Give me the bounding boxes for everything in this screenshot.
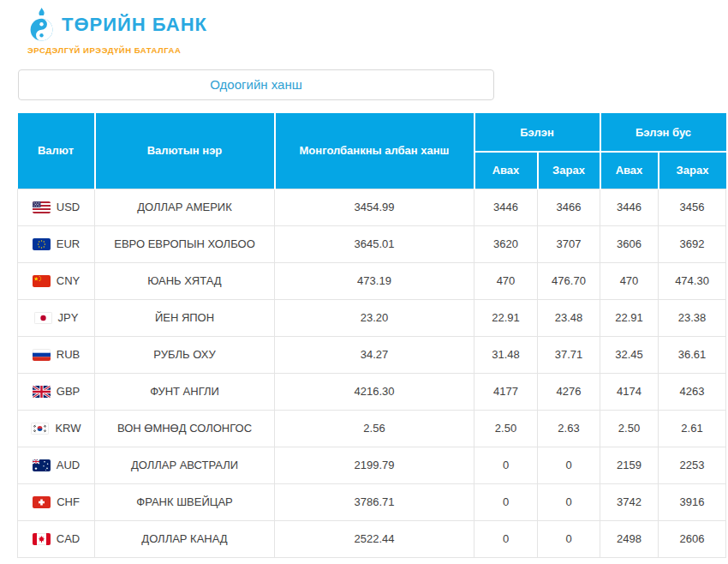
currency-code: GBP bbox=[57, 385, 80, 398]
official-rate: 34.27 bbox=[275, 336, 474, 373]
exchange-rate-table: Валют Валютын нэр Монголбанкны албан хан… bbox=[17, 113, 726, 558]
currency-code: EUR bbox=[57, 237, 80, 250]
cash-sell-rate: 37.71 bbox=[538, 336, 600, 373]
table-row: KRW ВОН ӨМНӨД СОЛОНГОС 2.56 2.50 2.63 2.… bbox=[18, 410, 726, 447]
flag-gbp-icon bbox=[33, 386, 51, 398]
flag-cny-icon bbox=[33, 275, 51, 287]
currency-code: CNY bbox=[57, 274, 80, 287]
noncash-sell-rate: 3692 bbox=[659, 225, 726, 262]
noncash-sell-rate: 2253 bbox=[659, 447, 726, 483]
bank-logo[interactable]: ТӨРИЙН БАНК ЭРСДЭЛГҮЙ ИРЭЭДҮЙН БАТАЛГАА bbox=[0, 0, 728, 55]
official-rate: 2.56 bbox=[275, 410, 474, 447]
soyombo-bank-icon bbox=[27, 7, 56, 43]
table-row: CAD ДОЛЛАР КАНАД 2522.44 0 0 2498 2606 bbox=[18, 520, 726, 557]
noncash-sell-rate: 2.61 bbox=[659, 410, 726, 447]
rate-tab-bar: Одоогийн ханш bbox=[18, 69, 728, 100]
currency-name: ДОЛЛАР КАНАД bbox=[95, 520, 275, 557]
table-row: AUD ДОЛЛАР АВСТРАЛИ 2199.79 0 0 2159 225… bbox=[18, 447, 726, 483]
currency-cell: CHF bbox=[18, 495, 94, 508]
rates-table-body: USD ДОЛЛАР АМЕРИК 3454.99 3446 3466 3446… bbox=[18, 189, 726, 557]
cash-buy-rate: 2.50 bbox=[474, 410, 538, 447]
official-rate: 4216.30 bbox=[275, 373, 474, 410]
cash-sell-rate: 0 bbox=[538, 447, 600, 483]
cash-sell-rate: 0 bbox=[538, 483, 600, 520]
currency-code: CHF bbox=[57, 495, 80, 508]
official-rate: 23.20 bbox=[275, 299, 474, 336]
currency-cell: EUR bbox=[18, 237, 94, 250]
currency-cell: USD bbox=[18, 201, 94, 213]
noncash-buy-rate: 2159 bbox=[600, 447, 659, 483]
currency-name: ФРАНК ШВЕЙЦАР bbox=[95, 483, 275, 520]
cash-sell-rate: 23.48 bbox=[538, 299, 600, 336]
flag-krw-icon bbox=[31, 423, 49, 435]
cash-sell-rate: 0 bbox=[538, 520, 600, 557]
cash-sell-rate: 476.70 bbox=[538, 262, 600, 299]
currency-name: ЮАНЬ ХЯТАД bbox=[95, 262, 275, 299]
header-non-cash: Бэлэн бус bbox=[600, 113, 726, 152]
header-cash-buy: Авах bbox=[474, 152, 538, 189]
bank-name: ТӨРИЙН БАНК bbox=[62, 14, 207, 36]
noncash-sell-rate: 4263 bbox=[659, 373, 726, 410]
currency-name: ФУНТ АНГЛИ bbox=[95, 373, 275, 410]
flag-cad-icon bbox=[33, 533, 51, 545]
cash-buy-rate: 3446 bbox=[474, 189, 538, 225]
noncash-buy-rate: 2498 bbox=[600, 520, 659, 557]
table-row: USD ДОЛЛАР АМЕРИК 3454.99 3446 3466 3446… bbox=[18, 189, 726, 225]
currency-name: ЕВРО ЕВРОПЫН ХОЛБОО bbox=[95, 225, 275, 262]
cash-sell-rate: 3707 bbox=[538, 225, 600, 262]
flag-eur-icon bbox=[33, 238, 51, 250]
currency-code: JPY bbox=[58, 311, 79, 324]
header-currency: Валют bbox=[18, 113, 95, 189]
flag-chf-icon bbox=[33, 496, 51, 508]
noncash-buy-rate: 3742 bbox=[600, 483, 659, 520]
cash-buy-rate: 470 bbox=[474, 262, 538, 299]
currency-name: ЙЕН ЯПОН bbox=[95, 299, 275, 336]
noncash-buy-rate: 470 bbox=[600, 262, 659, 299]
noncash-sell-rate: 23.38 bbox=[659, 299, 726, 336]
currency-code: USD bbox=[57, 201, 80, 213]
currency-code: AUD bbox=[57, 459, 80, 471]
currency-cell: KRW bbox=[18, 422, 94, 435]
cash-buy-rate: 0 bbox=[474, 520, 538, 557]
header-noncash-buy: Авах bbox=[600, 152, 659, 189]
currency-cell: CAD bbox=[18, 532, 94, 545]
cash-sell-rate: 4276 bbox=[538, 373, 600, 410]
table-row: CHF ФРАНК ШВЕЙЦАР 3786.71 0 0 3742 3916 bbox=[18, 483, 726, 520]
official-rate: 3786.71 bbox=[275, 483, 474, 520]
flag-usd-icon bbox=[33, 201, 51, 213]
noncash-buy-rate: 22.91 bbox=[600, 299, 659, 336]
cash-buy-rate: 0 bbox=[474, 447, 538, 483]
noncash-sell-rate: 2606 bbox=[659, 520, 726, 557]
cash-sell-rate: 3466 bbox=[538, 189, 600, 225]
header-cash-sell: Зарах bbox=[538, 152, 600, 189]
bank-tagline: ЭРСДЭЛГҮЙ ИРЭЭДҮЙН БАТАЛГАА bbox=[27, 45, 728, 55]
official-rate: 473.19 bbox=[275, 262, 474, 299]
currency-cell: AUD bbox=[18, 459, 94, 471]
noncash-buy-rate: 3446 bbox=[600, 189, 659, 225]
currency-cell: CNY bbox=[18, 274, 94, 287]
flag-jpy-icon bbox=[34, 312, 52, 324]
official-rate: 2199.79 bbox=[275, 447, 474, 483]
cash-buy-rate: 22.91 bbox=[474, 299, 538, 336]
tab-current-rates[interactable]: Одоогийн ханш bbox=[18, 69, 494, 100]
currency-cell: RUB bbox=[18, 348, 94, 361]
table-row: JPY ЙЕН ЯПОН 23.20 22.91 23.48 22.91 23.… bbox=[18, 299, 726, 336]
table-row: EUR ЕВРО ЕВРОПЫН ХОЛБОО 3645.01 3620 370… bbox=[18, 225, 726, 262]
cash-buy-rate: 31.48 bbox=[474, 336, 538, 373]
currency-name: ВОН ӨМНӨД СОЛОНГОС bbox=[95, 410, 275, 447]
official-rate: 3454.99 bbox=[275, 189, 474, 225]
noncash-sell-rate: 36.61 bbox=[659, 336, 726, 373]
cash-sell-rate: 2.63 bbox=[538, 410, 600, 447]
cash-buy-rate: 0 bbox=[474, 483, 538, 520]
currency-name: РУБЛЬ ОХУ bbox=[95, 336, 275, 373]
noncash-sell-rate: 3456 bbox=[659, 189, 726, 225]
flag-aud-icon bbox=[33, 459, 51, 471]
currency-cell: JPY bbox=[18, 311, 94, 324]
table-row: RUB РУБЛЬ ОХУ 34.27 31.48 37.71 32.45 36… bbox=[18, 336, 726, 373]
currency-cell: GBP bbox=[18, 385, 94, 398]
header-cash: Бэлэн bbox=[474, 113, 600, 152]
official-rate: 3645.01 bbox=[275, 225, 474, 262]
flag-rub-icon bbox=[33, 349, 51, 361]
noncash-buy-rate: 4174 bbox=[600, 373, 659, 410]
table-row: CNY ЮАНЬ ХЯТАД 473.19 470 476.70 470 474… bbox=[18, 262, 726, 299]
